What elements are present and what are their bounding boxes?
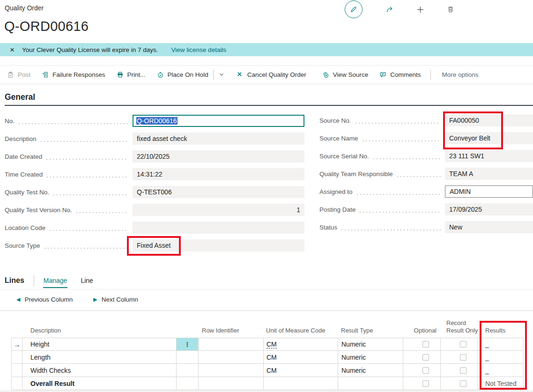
dotted-leader [360,212,441,213]
cell-unit-of-measure[interactable]: CM [264,364,338,377]
cell-description[interactable]: Overall Result [22,377,177,390]
delete-button[interactable] [447,6,454,13]
field-row: Description fixed asset check [5,130,304,148]
row-selector[interactable] [11,377,22,390]
cell-results[interactable]: _ [478,364,524,377]
cell-row-identifier[interactable] [199,377,264,390]
source-serial-no-field[interactable]: 23 111 SW1 [445,150,533,162]
record-result-only-checkbox[interactable] [460,380,466,387]
failure-responses-label: Failure Responses [52,71,105,78]
quality-test-no-field[interactable]: Q-TEST006 [133,186,304,198]
no-field[interactable]: Q-ORD00616 [133,115,304,127]
cell-optional [403,377,441,390]
next-column-icon: ▶ [93,296,97,303]
previous-column-button[interactable]: ◀ Previous Column [16,296,73,303]
post-button[interactable]: Post [7,71,30,78]
posting-date-field[interactable]: 17/09/2025 [445,203,533,215]
failure-responses-button[interactable]: Failure Responses [42,71,105,78]
cell-results[interactable]: _ [478,338,524,350]
add-icon [416,6,424,13]
record-result-only-checkbox[interactable] [460,367,466,374]
cell-result-type[interactable]: Numeric [338,338,403,350]
status-field[interactable]: New [445,221,533,233]
general-section-header[interactable]: General [5,92,533,106]
place-on-hold-dropdown-button[interactable] [218,71,225,78]
cell-optional [403,351,441,363]
row-selector[interactable] [11,351,22,363]
quality-team-responsible-field[interactable]: TEAM A [445,168,533,180]
table-row[interactable]: Overall Result Not Tested [11,377,524,390]
close-icon[interactable]: × [10,46,15,54]
field-label: Quality Test Version No. [5,207,72,214]
source-type-field[interactable]: Fixed Asset [133,239,304,251]
source-name-field[interactable]: Conveyor Belt [445,132,533,144]
date-created-field[interactable]: 22/10/2025 [133,150,304,163]
cell-record-result-only [441,338,478,350]
column-header-result-type[interactable]: Result Type [338,327,403,338]
lines-title[interactable]: Lines [5,275,24,285]
field-label: Source Type [5,242,40,249]
optional-checkbox[interactable] [422,341,429,348]
cell-description[interactable]: Length [22,351,177,363]
notification-bar: × Your Clever Quality License will expir… [0,43,533,56]
cell-unit-of-measure[interactable] [264,377,338,390]
print-button[interactable]: Print... [117,71,146,78]
view-source-button[interactable]: View Source [322,71,369,78]
table-row[interactable]: Width Checks CM Numeric _ [11,364,524,377]
cell-result-type[interactable]: Numeric [338,351,403,363]
cell-result-type[interactable] [338,377,403,390]
record-result-only-checkbox[interactable] [460,354,466,361]
column-header-row-identifier[interactable]: Row Identifier [199,327,264,338]
ellipsis-icon: ⋮ [185,341,191,348]
next-column-button[interactable]: ▶ Next Column [93,296,138,303]
dotted-leader [50,230,128,231]
column-header-description[interactable]: Description [22,327,177,338]
time-created-field[interactable]: 14:31:22 [133,168,304,180]
cell-row-identifier[interactable] [199,351,264,363]
column-header-record-result-only[interactable]: Record Result Only [441,319,478,338]
column-header-optional[interactable]: Optional [403,327,441,338]
location-code-field[interactable] [133,222,304,234]
share-button[interactable] [385,6,393,13]
cell-results[interactable]: _ [478,351,524,363]
cell-unit-of-measure[interactable]: CM [264,338,338,350]
source-no-field[interactable]: FA000050 [445,114,533,126]
optional-checkbox[interactable] [422,354,429,361]
cell-description[interactable]: Width Checks [22,364,177,377]
cell-row-identifier[interactable] [199,364,264,377]
more-options-label: More options [442,71,479,78]
column-header-results[interactable]: Results [478,327,524,338]
table-row[interactable]: → Height ⋮ CM Numeric _ [11,338,524,351]
description-field[interactable]: fixed asset check [133,133,304,145]
assigned-to-field[interactable]: ADMIN [445,185,533,198]
column-header-unit-of-measure-code[interactable]: Unit of Measure Code [264,327,338,338]
uom-lookup-link[interactable]: CM [266,340,277,348]
optional-checkbox[interactable] [422,380,429,387]
field-label: Time Created [5,171,43,178]
edit-button[interactable] [345,0,363,18]
row-more-button[interactable]: ⋮ [177,338,199,350]
tab-line[interactable]: Line [80,275,93,287]
cancel-quality-order-button[interactable]: Cancel Quality Order [237,71,306,78]
cell-results[interactable]: Not Tested [478,377,524,390]
row-selector[interactable] [11,364,22,377]
cell-description[interactable]: Height [22,338,177,350]
cell-result-type[interactable]: Numeric [338,364,403,377]
field-label: Source No. [319,117,351,124]
next-column-label: Next Column [102,296,138,303]
quality-test-version-no-field[interactable]: 1 [133,204,304,216]
lines-part-header: Lines Manage Line [5,275,94,288]
table-row[interactable]: Length CM Numeric _ [11,351,524,364]
comments-button[interactable]: Comments [379,71,421,78]
place-on-hold-button[interactable]: Place On Hold [157,71,208,78]
record-result-only-checkbox[interactable] [460,341,466,348]
add-button[interactable] [416,6,424,13]
optional-checkbox[interactable] [422,367,429,374]
field-row: Quality Test Version No. 1 [5,201,304,219]
field-label: Description [5,135,37,142]
cell-row-identifier[interactable] [199,338,264,350]
view-license-details-link[interactable]: View license details [171,46,227,53]
tab-manage[interactable]: Manage [43,275,68,288]
cell-unit-of-measure[interactable]: CM [264,351,338,363]
more-options-button[interactable]: More options [442,71,479,78]
